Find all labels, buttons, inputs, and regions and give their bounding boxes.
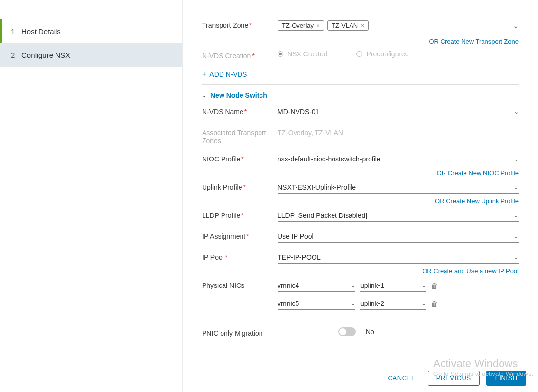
step-label: Configure NSX: [21, 51, 70, 59]
radio-filled-icon: [278, 51, 283, 57]
ip-pool-select[interactable]: TEP-IP-POOL ⌄: [278, 251, 519, 264]
lldp-profile-select[interactable]: LLDP [Send Packet Disabled] ⌄: [278, 210, 519, 222]
trash-icon[interactable]: 🗑: [431, 300, 438, 308]
plus-icon: +: [202, 71, 206, 78]
new-node-switch-toggle[interactable]: ⌄ New Node Switch: [202, 91, 519, 99]
chevron-down-icon: ⌄: [514, 254, 519, 261]
pnic-only-label: PNIC only Migration: [202, 327, 338, 337]
chevron-down-icon: ⌄: [351, 300, 355, 307]
wizard-footer: CANCEL PREVIOUS FINISH: [183, 364, 538, 392]
ip-assignment-label: IP Assignment*: [202, 231, 278, 240]
chevron-down-icon: ⌄: [514, 156, 519, 162]
remove-tag-icon[interactable]: ×: [316, 22, 320, 29]
trash-icon[interactable]: 🗑: [431, 282, 438, 290]
chevron-down-icon: ⌄: [514, 108, 519, 115]
create-ip-pool-link[interactable]: OR Create and Use a new IP Pool: [422, 267, 519, 275]
form-scroll-area[interactable]: Transport Zone* TZ-Overlay × TZ-VLAN × ⌄: [183, 0, 538, 364]
chevron-down-icon: ⌄: [351, 282, 355, 289]
pnic-only-value: No: [366, 328, 374, 336]
create-nioc-profile-link[interactable]: OR Create New NIOC Profile: [437, 169, 519, 177]
uplink-profile-label: Uplink Profile*: [202, 181, 278, 191]
divider: [202, 84, 519, 85]
remove-tag-icon[interactable]: ×: [361, 22, 364, 29]
transport-zone-label: Transport Zone*: [202, 19, 278, 29]
nioc-profile-label: NIOC Profile*: [202, 153, 278, 163]
nvds-creation-label: N-VDS Creation*: [202, 50, 278, 60]
assoc-tz-label: Associated Transport Zones: [202, 127, 278, 144]
ip-pool-label: IP Pool*: [202, 251, 278, 261]
chevron-down-icon[interactable]: ⌄: [513, 22, 519, 30]
previous-button[interactable]: PREVIOUS: [428, 371, 480, 386]
chevron-down-icon: ⌄: [421, 282, 426, 289]
nic-select[interactable]: vmnic4 ⌄: [278, 280, 355, 292]
nic-select[interactable]: vmnic5 ⌄: [278, 298, 355, 310]
create-transport-zone-link[interactable]: OR Create New Transport Zone: [429, 38, 519, 45]
wizard-step-host-details[interactable]: 1 Host Details: [0, 19, 182, 43]
nvds-name-select[interactable]: MD-NVDS-01 ⌄: [278, 106, 519, 118]
step-number: 2: [11, 51, 21, 59]
step-number: 1: [11, 27, 21, 36]
tag-tz-overlay[interactable]: TZ-Overlay ×: [278, 20, 324, 31]
radio-preconfigured: Preconfigured: [356, 50, 408, 58]
nioc-profile-select[interactable]: nsx-default-nioc-hostswitch-profile ⌄: [278, 153, 519, 165]
uplink-profile-select[interactable]: NSXT-ESXI-Uplink-Profile ⌄: [278, 181, 519, 194]
chevron-down-icon: ⌄: [202, 92, 206, 99]
assoc-tz-value: TZ-Overlay, TZ-VLAN: [278, 127, 519, 137]
finish-button[interactable]: FINISH: [486, 371, 526, 386]
pnic-only-toggle[interactable]: [338, 327, 356, 336]
physical-nics-label: Physical NICs: [202, 280, 278, 289]
tag-tz-vlan[interactable]: TZ-VLAN ×: [327, 20, 369, 31]
radio-empty-icon: [356, 51, 362, 57]
uplink-select[interactable]: uplink-2 ⌄: [360, 298, 426, 310]
radio-nsx-created: NSX Created: [278, 50, 327, 58]
ip-assignment-select[interactable]: Use IP Pool ⌄: [278, 231, 519, 243]
chevron-down-icon: ⌄: [421, 300, 426, 307]
create-uplink-profile-link[interactable]: OR Create New Uplink Profile: [435, 197, 519, 205]
transport-zone-select[interactable]: TZ-Overlay × TZ-VLAN × ⌄: [278, 19, 519, 34]
nvds-name-label: N-VDS Name*: [202, 106, 278, 116]
wizard-step-configure-nsx[interactable]: 2 Configure NSX: [0, 43, 182, 67]
chevron-down-icon: ⌄: [514, 184, 519, 191]
cancel-button[interactable]: CANCEL: [382, 372, 421, 385]
chevron-down-icon: ⌄: [514, 233, 519, 240]
lldp-profile-label: LLDP Profile*: [202, 210, 278, 219]
chevron-down-icon: ⌄: [514, 212, 519, 219]
uplink-select[interactable]: uplink-1 ⌄: [360, 280, 426, 292]
step-label: Host Details: [21, 27, 61, 36]
wizard-sidebar: 1 Host Details 2 Configure NSX: [0, 0, 183, 392]
add-nvds-button[interactable]: + ADD N-VDS: [202, 71, 247, 78]
